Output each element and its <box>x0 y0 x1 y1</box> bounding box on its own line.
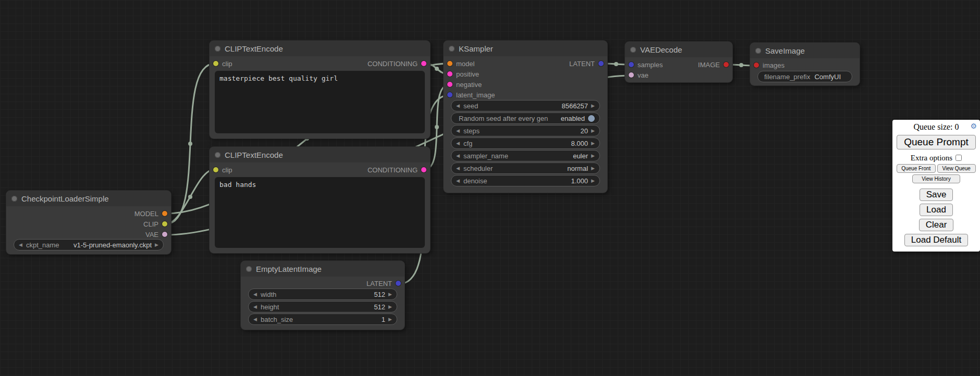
left-arrow-icon[interactable] <box>456 104 460 108</box>
left-arrow-icon[interactable] <box>456 129 460 133</box>
negative-prompt-textarea[interactable]: bad hands <box>215 177 425 248</box>
clip-text-encode-positive-node[interactable]: CLIPTextEncode clip CONDITIONING masterp… <box>210 41 430 139</box>
node-collapse-dot[interactable] <box>11 196 17 202</box>
vae-decode-node[interactable]: VAEDecode samples vae IMAGE <box>625 42 732 82</box>
node-title-bar[interactable]: VAEDecode <box>625 42 732 57</box>
wire-clip-to-negative-encode <box>166 169 215 224</box>
latent-output-dot[interactable] <box>598 61 604 66</box>
right-arrow-icon[interactable] <box>591 179 595 183</box>
widget-value: 8566257 <box>561 102 588 110</box>
latent-image-input-dot[interactable] <box>447 92 452 97</box>
link-midpoint-dot <box>435 67 439 71</box>
right-arrow-icon[interactable] <box>591 141 595 146</box>
seed-widget[interactable]: seed 8566257 <box>451 100 600 111</box>
vae-output-dot[interactable] <box>162 232 167 237</box>
widget-label: ckpt_name <box>26 241 59 249</box>
clip-output-dot[interactable] <box>162 221 167 227</box>
right-arrow-icon[interactable] <box>388 305 392 309</box>
output-slot-latent: LATENT <box>366 278 405 289</box>
conditioning-output-dot[interactable] <box>421 61 426 66</box>
node-collapse-dot[interactable] <box>755 48 761 54</box>
right-arrow-icon[interactable] <box>155 243 158 247</box>
left-arrow-icon[interactable] <box>253 317 257 322</box>
latent-output-dot[interactable] <box>396 281 401 286</box>
samples-input-dot[interactable] <box>629 62 634 67</box>
save-image-node[interactable]: SaveImage images filename_prefix ComfyUI <box>750 43 860 85</box>
load-default-button[interactable]: Load Default <box>904 234 968 246</box>
widget-label: height <box>261 303 279 311</box>
positive-input-dot[interactable] <box>447 71 452 77</box>
filename-prefix-widget[interactable]: filename_prefix ComfyUI <box>757 71 852 82</box>
node-title-bar[interactable]: CLIPTextEncode <box>210 41 430 56</box>
empty-latent-image-node[interactable]: EmptyLatentImage LATENT width 512 height… <box>241 261 405 330</box>
load-button[interactable]: Load <box>920 204 953 216</box>
right-arrow-icon[interactable] <box>591 154 595 158</box>
conditioning-output-dot[interactable] <box>421 167 426 172</box>
widget-label: batch_size <box>261 316 293 323</box>
denoise-widget[interactable]: denoise 1.000 <box>451 175 600 186</box>
queue-front-button[interactable]: Queue Front <box>897 164 936 173</box>
vae-input-dot[interactable] <box>629 72 634 78</box>
output-slot-conditioning: CONDITIONING <box>368 58 430 69</box>
right-arrow-icon[interactable] <box>591 129 595 133</box>
extra-options-checkbox[interactable] <box>956 155 962 161</box>
left-arrow-icon[interactable] <box>253 292 257 297</box>
positive-prompt-textarea[interactable]: masterpiece best quality girl <box>215 71 425 133</box>
clip-text-encode-negative-node[interactable]: CLIPTextEncode clip CONDITIONING bad han… <box>210 147 430 253</box>
left-arrow-icon[interactable] <box>456 166 460 171</box>
input-label-images: images <box>763 61 785 69</box>
sampler-name-widget[interactable]: sampler_name euler <box>451 150 600 161</box>
view-history-button[interactable]: View History <box>912 174 960 183</box>
checkpoint-loader-node[interactable]: CheckpointLoaderSimple MODEL CLIP VAE ck… <box>6 191 171 254</box>
right-arrow-icon[interactable] <box>388 317 392 322</box>
clear-button[interactable]: Clear <box>919 219 954 231</box>
node-collapse-dot[interactable] <box>449 46 455 52</box>
negative-input-dot[interactable] <box>447 82 452 87</box>
node-title-bar[interactable]: KSampler <box>444 41 607 56</box>
node-collapse-dot[interactable] <box>246 266 252 272</box>
widget-value: ComfyUI <box>814 73 841 81</box>
input-slot-vae: vae <box>625 70 648 80</box>
left-arrow-icon[interactable] <box>19 243 22 247</box>
input-slot-samples: samples <box>625 59 663 70</box>
node-title-bar[interactable]: EmptyLatentImage <box>241 261 405 277</box>
extra-options-label: Extra options <box>911 154 952 162</box>
node-collapse-dot[interactable] <box>215 152 220 158</box>
images-input-dot[interactable] <box>754 62 759 68</box>
left-arrow-icon[interactable] <box>456 179 460 183</box>
model-input-dot[interactable] <box>447 61 452 66</box>
widget-value: 1 <box>382 316 385 323</box>
left-arrow-icon[interactable] <box>456 141 460 146</box>
view-queue-button[interactable]: View Queue <box>937 164 976 173</box>
cfg-widget[interactable]: cfg 8.000 <box>451 137 600 149</box>
clip-input-dot[interactable] <box>213 61 218 66</box>
node-title-bar[interactable]: CheckpointLoaderSimple <box>6 191 171 206</box>
batch-size-widget[interactable]: batch_size 1 <box>248 314 397 325</box>
width-widget[interactable]: width 512 <box>248 289 397 300</box>
scheduler-widget[interactable]: scheduler normal <box>451 162 600 174</box>
input-slot-latent-image: latent_image <box>444 90 495 100</box>
right-arrow-icon[interactable] <box>591 166 595 171</box>
left-arrow-icon[interactable] <box>253 305 257 309</box>
node-collapse-dot[interactable] <box>630 47 636 53</box>
node-title-bar[interactable]: CLIPTextEncode <box>210 147 430 162</box>
random-seed-toggle-widget[interactable]: Random seed after every gen enabled <box>451 112 600 124</box>
node-collapse-dot[interactable] <box>215 46 220 52</box>
right-arrow-icon[interactable] <box>388 292 392 297</box>
left-arrow-icon[interactable] <box>456 154 460 158</box>
ckpt-name-widget[interactable]: ckpt_name v1-5-pruned-emaonly.ckpt <box>14 239 164 250</box>
graph-canvas[interactable]: CheckpointLoaderSimple MODEL CLIP VAE ck… <box>0 0 980 376</box>
clip-input-dot[interactable] <box>213 167 218 172</box>
node-title-bar[interactable]: SaveImage <box>750 43 860 58</box>
save-button[interactable]: Save <box>920 189 953 201</box>
image-output-dot[interactable] <box>724 62 729 67</box>
height-widget[interactable]: height 512 <box>248 301 397 312</box>
toggle-knob-icon[interactable] <box>588 115 595 122</box>
ksampler-node[interactable]: KSampler model positive negative latent_… <box>444 41 607 193</box>
steps-widget[interactable]: steps 20 <box>451 125 600 136</box>
queue-prompt-button[interactable]: Queue Prompt <box>897 135 976 149</box>
widget-label: seed <box>463 102 478 110</box>
gear-icon[interactable] <box>970 122 977 131</box>
model-output-dot[interactable] <box>162 211 167 216</box>
right-arrow-icon[interactable] <box>591 104 595 108</box>
